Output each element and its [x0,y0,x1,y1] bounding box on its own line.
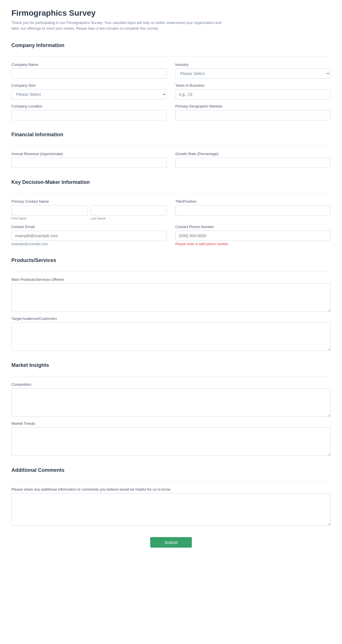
primary-markets-input[interactable] [175,110,331,120]
market-trends-textarea[interactable] [11,427,331,456]
main-products-textarea[interactable] [11,283,331,312]
years-in-business-label: Years in Business [175,83,331,88]
target-audience-group: Target Audience/Customers [11,316,331,351]
main-products-label: Main Products/Services Offered [11,277,331,282]
additional-comments-section: Additional Comments Please share any add… [11,467,331,526]
financial-information-section: Financial Information Annual Revenue (Ap… [11,132,331,168]
additional-comments-label: Please share any additional information … [11,487,331,491]
company-section-divider [11,56,331,57]
email-phone-row: Contact Email example@example.com Contac… [11,225,331,246]
additional-comments-row: Please share any additional information … [11,487,331,526]
decision-maker-section-divider [11,193,331,194]
last-name-input[interactable] [91,205,167,216]
industry-select[interactable]: Please Select Technology Healthcare Fina… [175,68,331,79]
contact-email-group: Contact Email example@example.com [11,225,167,246]
submit-button[interactable]: Submit [150,537,192,548]
company-location-input[interactable] [11,110,167,120]
products-section-title: Products/Services [11,257,331,266]
primary-contact-group: Primary Contact Name First Name Last Nam… [11,199,167,220]
additional-comments-divider [11,481,331,482]
competitors-group: Competitors [11,382,331,417]
company-name-group: Company Name [11,62,167,79]
last-name-field: Last Name [91,205,167,220]
products-services-section: Products/Services Main Products/Services… [11,257,331,351]
market-insights-section-divider [11,376,331,377]
target-audience-label: Target Audience/Customers [11,316,331,321]
contact-phone-label: Contact Phone Number [175,225,331,229]
company-name-label: Company Name [11,62,167,67]
primary-markets-label: Primary Geographic Markets [175,104,331,108]
industry-label: Industry [175,62,331,67]
first-name-input[interactable] [11,205,88,216]
contact-phone-group: Contact Phone Number Please enter a vali… [175,225,331,246]
financial-section-divider [11,146,331,146]
main-products-row: Main Products/Services Offered [11,277,331,312]
competitors-textarea[interactable] [11,388,331,417]
growth-rate-input[interactable] [175,158,331,168]
competitors-label: Competitors [11,382,331,387]
primary-contact-label: Primary Contact Name [11,199,167,204]
target-audience-row: Target Audience/Customers [11,316,331,351]
market-trends-row: Market Trends [11,421,331,456]
annual-revenue-input[interactable] [11,158,167,168]
last-name-label: Last Name [91,217,167,220]
company-section-title: Company Information [11,42,331,51]
first-name-label: First Name [11,217,88,220]
location-markets-row: Company Location Primary Geographic Mark… [11,104,331,120]
financial-section-title: Financial Information [11,132,331,140]
company-size-years-row: Company Size Please Select 1-10 11-50 51… [11,83,331,99]
contact-email-label: Contact Email [11,225,167,229]
company-name-input[interactable] [11,68,167,79]
page-title: Firmographics Survey [11,9,331,18]
market-insights-section: Market Insights Competitors Market Trend… [11,362,331,456]
contact-phone-input[interactable] [175,231,331,241]
decision-maker-section-title: Key Decision-Maker Information [11,179,331,188]
title-position-group: Title/Position [175,199,331,220]
competitors-row: Competitors [11,382,331,417]
submit-container: Submit [11,537,331,559]
growth-rate-label: Growth Rate (Percentage) [175,152,331,156]
years-in-business-group: Years in Business [175,83,331,99]
additional-comments-section-title: Additional Comments [11,467,331,476]
company-location-group: Company Location [11,104,167,120]
additional-comments-textarea[interactable] [11,493,331,526]
company-name-industry-row: Company Name Industry Please Select Tech… [11,62,331,79]
title-position-label: Title/Position [175,199,331,204]
first-name-field: First Name [11,205,88,220]
company-information-section: Company Information Company Name Industr… [11,42,331,120]
target-audience-textarea[interactable] [11,322,331,351]
email-helper-text: example@example.com [11,242,167,246]
market-insights-section-title: Market Insights [11,362,331,371]
products-section-divider [11,271,331,272]
contact-email-input[interactable] [11,231,167,241]
annual-revenue-label: Annual Revenue (Approximate) [11,152,167,156]
revenue-growth-row: Annual Revenue (Approximate) Growth Rate… [11,152,331,168]
primary-markets-group: Primary Geographic Markets [175,104,331,120]
years-in-business-input[interactable] [175,89,331,99]
market-trends-group: Market Trends [11,421,331,456]
phone-helper-text: Please enter a valid phone number. [175,242,331,246]
company-size-label: Company Size [11,83,167,88]
annual-revenue-group: Annual Revenue (Approximate) [11,152,167,168]
industry-group: Industry Please Select Technology Health… [175,62,331,79]
title-position-input[interactable] [175,205,331,216]
company-size-group: Company Size Please Select 1-10 11-50 51… [11,83,167,99]
name-row: First Name Last Name [11,205,167,220]
growth-rate-group: Growth Rate (Percentage) [175,152,331,168]
additional-comments-group: Please share any additional information … [11,487,331,526]
company-location-label: Company Location [11,104,167,108]
decision-maker-section: Key Decision-Maker Information Primary C… [11,179,331,246]
company-size-select[interactable]: Please Select 1-10 11-50 51-200 201-500 … [11,89,167,99]
market-trends-label: Market Trends [11,421,331,426]
page-subtitle: Thank you for participating in our Firmo… [11,20,225,31]
contact-name-title-row: Primary Contact Name First Name Last Nam… [11,199,331,220]
main-products-group: Main Products/Services Offered [11,277,331,312]
